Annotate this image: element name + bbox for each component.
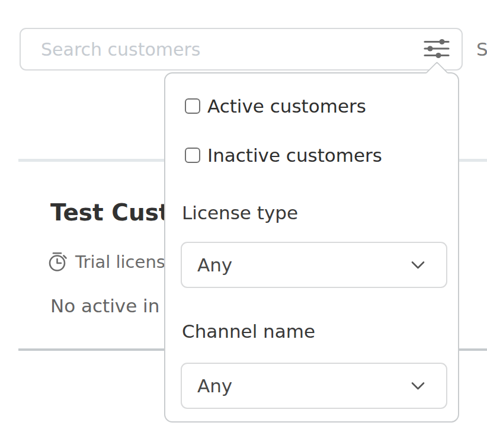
license-type-value: Any — [197, 254, 411, 276]
customer-name-heading: Test Cust — [50, 200, 170, 226]
license-badge-label: Trial licens — [75, 252, 165, 272]
filter-popover: Active customers Inactive customers Lice… — [164, 72, 459, 423]
inactive-customers-checkbox[interactable] — [185, 148, 200, 163]
stopwatch-icon — [47, 251, 69, 273]
chevron-down-icon — [411, 382, 433, 391]
channel-name-value: Any — [197, 375, 411, 396]
installations-status-text: No active in — [50, 295, 159, 316]
truncated-right-label: S — [476, 28, 487, 71]
inactive-customers-label: Inactive customers — [207, 145, 382, 166]
active-customers-option[interactable]: Active customers — [185, 93, 366, 119]
license-badge-row: Trial licens — [47, 251, 165, 273]
license-type-label: License type — [182, 203, 298, 223]
customers-page: { "search": { "placeholder": "Search cus… — [0, 0, 487, 448]
license-type-select[interactable]: Any — [181, 242, 447, 288]
sliders-icon — [423, 39, 450, 60]
chevron-down-icon — [411, 261, 433, 270]
inactive-customers-option[interactable]: Inactive customers — [185, 142, 382, 168]
filter-button[interactable] — [421, 37, 453, 62]
channel-name-select[interactable]: Any — [181, 363, 447, 409]
channel-name-label: Channel name — [182, 321, 315, 341]
customer-search-input[interactable] — [20, 28, 463, 71]
active-customers-checkbox[interactable] — [185, 98, 200, 114]
active-customers-label: Active customers — [207, 95, 366, 117]
